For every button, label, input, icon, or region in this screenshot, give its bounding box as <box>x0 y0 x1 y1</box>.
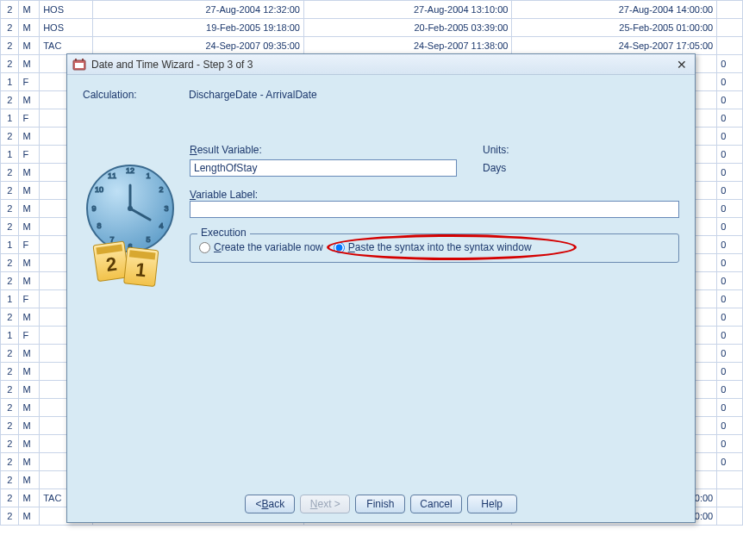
radio-paste-syntax[interactable]: Paste the syntax into the syntax window <box>334 241 532 253</box>
cell[interactable]: 1 <box>1 327 19 345</box>
cell[interactable]: M <box>19 399 40 417</box>
table-row[interactable]: 2MTAC24-Sep-2007 09:35:0024-Sep-2007 11:… <box>1 37 743 55</box>
cell[interactable]: 2 <box>1 363 19 381</box>
cell[interactable]: 2 <box>1 381 19 399</box>
cell[interactable] <box>717 1 743 19</box>
cell[interactable]: 2 <box>1 345 19 363</box>
cell[interactable]: 2 <box>1 218 19 236</box>
back-button[interactable]: < Back <box>245 495 295 513</box>
cell[interactable]: TAC <box>40 37 93 55</box>
radio-create-now-input[interactable] <box>199 242 210 253</box>
cell[interactable]: 1 <box>1 290 19 308</box>
cell[interactable]: M <box>19 308 40 327</box>
cell[interactable]: 2 <box>1 507 19 526</box>
cell[interactable]: 1 <box>1 109 19 128</box>
cell[interactable]: M <box>19 91 40 109</box>
cell[interactable]: 1 <box>1 236 19 254</box>
cell[interactable]: 2 <box>1 91 19 109</box>
cell[interactable] <box>717 507 743 526</box>
cell[interactable]: 2 <box>1 308 19 327</box>
close-icon[interactable]: ✕ <box>674 58 690 72</box>
cell[interactable]: 0 <box>717 453 743 471</box>
cell[interactable]: M <box>19 453 40 471</box>
cell[interactable]: 0 <box>717 91 743 109</box>
cell[interactable]: M <box>19 19 40 37</box>
cell[interactable]: 2 <box>1 435 19 453</box>
cell[interactable]: F <box>19 109 40 128</box>
cell[interactable] <box>717 37 743 55</box>
cell[interactable]: 2 <box>1 272 19 290</box>
cell[interactable]: M <box>19 345 40 363</box>
cell[interactable]: 2 <box>1 55 19 73</box>
cell[interactable]: 0 <box>717 146 743 164</box>
cell[interactable]: 2 <box>1 489 19 507</box>
cell[interactable]: M <box>19 218 40 236</box>
cell[interactable]: 2 <box>1 471 19 489</box>
cell[interactable]: 0 <box>717 218 743 236</box>
cancel-button[interactable]: Cancel <box>410 495 461 513</box>
cell[interactable]: M <box>19 363 40 381</box>
table-row[interactable]: 2MHOS19-Feb-2005 19:18:0020-Feb-2005 03:… <box>1 19 743 37</box>
cell[interactable]: M <box>19 381 40 399</box>
table-row[interactable]: 2MHOS27-Aug-2004 12:32:0027-Aug-2004 13:… <box>1 1 743 19</box>
cell[interactable]: 0 <box>717 381 743 399</box>
cell[interactable]: M <box>19 37 40 55</box>
cell[interactable]: 2 <box>1 254 19 272</box>
cell[interactable]: 1 <box>1 73 19 91</box>
cell[interactable]: 0 <box>717 200 743 218</box>
cell[interactable]: 2 <box>1 128 19 146</box>
cell[interactable]: 0 <box>717 290 743 308</box>
cell[interactable]: 24-Sep-2007 11:38:00 <box>303 37 511 55</box>
variable-label-input[interactable] <box>190 201 679 218</box>
cell[interactable]: 27-Aug-2004 14:00:00 <box>512 1 717 19</box>
result-variable-input[interactable] <box>190 159 457 177</box>
cell[interactable]: 0 <box>717 327 743 345</box>
cell[interactable]: 2 <box>1 164 19 182</box>
cell[interactable]: F <box>19 236 40 254</box>
cell[interactable]: 2 <box>1 200 19 218</box>
cell[interactable]: 19-Feb-2005 19:18:00 <box>93 19 304 37</box>
cell[interactable]: M <box>19 471 40 489</box>
cell[interactable]: 27-Aug-2004 13:10:00 <box>303 1 511 19</box>
cell[interactable]: 0 <box>717 236 743 254</box>
cell[interactable]: 0 <box>717 417 743 435</box>
cell[interactable]: M <box>19 507 40 526</box>
cell[interactable]: 0 <box>717 182 743 200</box>
cell[interactable]: M <box>19 254 40 272</box>
cell[interactable]: 0 <box>717 272 743 290</box>
cell[interactable]: 2 <box>1 37 19 55</box>
cell[interactable]: 0 <box>717 128 743 146</box>
cell[interactable]: 0 <box>717 399 743 417</box>
cell[interactable]: 2 <box>1 399 19 417</box>
cell[interactable]: HOS <box>40 1 93 19</box>
cell[interactable]: 2 <box>1 19 19 37</box>
help-button[interactable]: Help <box>467 495 517 513</box>
radio-paste-syntax-input[interactable] <box>334 242 345 253</box>
titlebar[interactable]: Date and Time Wizard - Step 3 of 3 ✕ <box>67 54 695 75</box>
cell[interactable]: 0 <box>717 164 743 182</box>
cell[interactable]: 27-Aug-2004 12:32:00 <box>93 1 304 19</box>
cell[interactable] <box>717 471 743 489</box>
cell[interactable]: F <box>19 290 40 308</box>
cell[interactable] <box>717 489 743 507</box>
cell[interactable]: M <box>19 272 40 290</box>
cell[interactable]: 0 <box>717 254 743 272</box>
radio-create-now[interactable]: Create the variable now <box>199 241 323 253</box>
cell[interactable]: 0 <box>717 308 743 327</box>
cell[interactable]: 0 <box>717 363 743 381</box>
cell[interactable]: 0 <box>717 109 743 128</box>
cell[interactable]: 2 <box>1 182 19 200</box>
cell[interactable]: F <box>19 327 40 345</box>
cell[interactable]: M <box>19 164 40 182</box>
cell[interactable]: 25-Feb-2005 01:00:00 <box>512 19 717 37</box>
cell[interactable]: M <box>19 435 40 453</box>
cell[interactable]: 0 <box>717 73 743 91</box>
finish-button[interactable]: Finish <box>355 495 405 513</box>
cell[interactable]: 20-Feb-2005 03:39:00 <box>303 19 511 37</box>
cell[interactable]: 2 <box>1 417 19 435</box>
cell[interactable]: 2 <box>1 453 19 471</box>
cell[interactable]: M <box>19 55 40 73</box>
cell[interactable]: M <box>19 417 40 435</box>
cell[interactable]: F <box>19 73 40 91</box>
cell[interactable]: 1 <box>1 146 19 164</box>
